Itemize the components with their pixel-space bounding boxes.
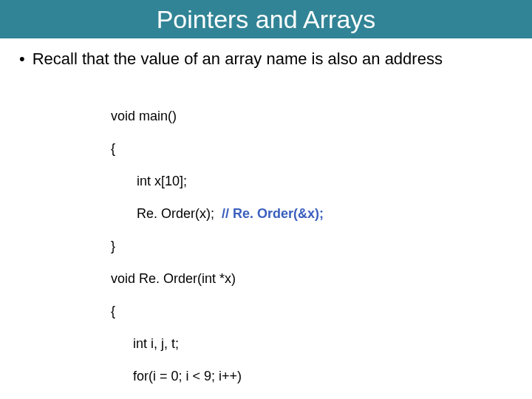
- title-bar: Pointers and Arrays: [0, 0, 532, 38]
- code-line: int x[10];: [111, 173, 532, 189]
- code-line: Re. Order(x); // Re. Order(&x);: [111, 205, 532, 222]
- slide-title: Pointers and Arrays: [157, 5, 376, 34]
- code-line: {: [111, 140, 532, 157]
- code-line: {: [111, 303, 532, 319]
- code-comment: // Re. Order(&x);: [222, 206, 324, 221]
- bullet-row: • Recall that the value of an array name…: [0, 38, 532, 69]
- code-line: int i, j, t;: [111, 335, 532, 352]
- bullet-text: Recall that the value of an array name i…: [33, 49, 443, 69]
- code-line: }: [111, 238, 532, 254]
- code-line: for(i = 0; i < 9; i++): [111, 368, 532, 384]
- code-block: void main() { int x[10]; Re. Order(x); /…: [111, 92, 532, 399]
- code-line: void main(): [111, 108, 532, 124]
- bullet-dot: •: [19, 49, 25, 69]
- code-text: Re. Order(x);: [111, 206, 222, 221]
- code-line: void Re. Order(int *x): [111, 270, 532, 287]
